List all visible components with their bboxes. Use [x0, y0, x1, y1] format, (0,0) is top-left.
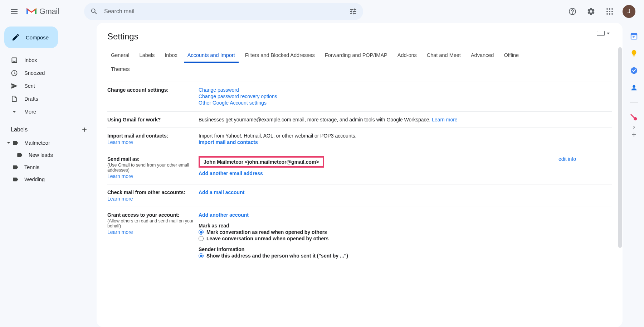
link-add-another-account[interactable]: Add another account — [199, 212, 249, 218]
radio-mark-read[interactable]: Mark conversation as read when opened by… — [199, 229, 612, 235]
label-text: Wedding — [24, 177, 45, 182]
settings-button[interactable] — [583, 4, 599, 19]
chevron-down-icon — [11, 108, 18, 115]
tab-addons[interactable]: Add-ons — [394, 49, 420, 63]
clock-icon — [11, 69, 18, 77]
nav-inbox[interactable]: Inbox — [2, 54, 92, 67]
nav-more[interactable]: More — [2, 105, 92, 118]
tab-offline[interactable]: Offline — [500, 49, 522, 63]
search-options-button[interactable] — [346, 4, 360, 19]
account-avatar[interactable]: J — [623, 5, 635, 18]
nav-drafts[interactable]: Drafts — [2, 92, 92, 105]
link-import-learn[interactable]: Learn more — [107, 139, 195, 145]
section-label-text: Import mail and contacts: — [107, 133, 168, 139]
link-other-settings[interactable]: Other Google Account settings — [199, 100, 267, 106]
collapse-panel-button[interactable] — [630, 123, 638, 131]
compose-button[interactable]: Compose — [4, 27, 58, 48]
search-button[interactable] — [87, 4, 101, 19]
label-wedding[interactable]: Wedding — [2, 173, 97, 186]
link-checkmail-learn[interactable]: Learn more — [107, 196, 195, 202]
search-bar — [84, 3, 363, 20]
tab-filters[interactable]: Filters and Blocked Addresses — [241, 49, 318, 63]
label-newleads[interactable]: New leads — [2, 149, 97, 161]
label-text: New leads — [29, 152, 53, 158]
keep-addon[interactable] — [630, 49, 638, 57]
tab-accounts-import[interactable]: Accounts and Import — [184, 49, 239, 63]
get-addons-button[interactable] — [630, 131, 638, 139]
link-import-contacts[interactable]: Import mail and contacts — [199, 139, 258, 145]
section-sublabel: (Allow others to read and send mail on y… — [107, 218, 195, 229]
plus-icon — [81, 126, 88, 133]
hamburger-icon — [10, 7, 19, 16]
radio-show-address-and-person[interactable]: Show this address and the person who sen… — [199, 253, 612, 259]
logo-text: Gmail — [39, 7, 59, 16]
tab-chat[interactable]: Chat and Meet — [423, 49, 464, 63]
contacts-addon[interactable] — [630, 84, 638, 92]
tab-labels[interactable]: Labels — [136, 49, 158, 63]
svg-point-4 — [609, 11, 610, 12]
section-label: Change account settings: — [107, 87, 199, 106]
keep-icon — [630, 49, 638, 57]
nav-sent[interactable]: Sent — [2, 80, 92, 92]
nav-label: Drafts — [24, 96, 38, 102]
radio-leave-unread[interactable]: Leave conversation unread when opened by… — [199, 236, 612, 241]
send-icon — [11, 82, 18, 90]
gmail-logo[interactable]: Gmail — [26, 7, 59, 16]
custom-addon[interactable] — [630, 114, 638, 121]
radio-label: Show this address and the person who sen… — [206, 253, 348, 259]
sender-info-header: Sender information — [199, 246, 612, 252]
link-change-password[interactable]: Change password — [199, 87, 239, 93]
section-grant-access: Grant access to your account: (Allow oth… — [107, 207, 612, 264]
apps-button[interactable] — [602, 4, 618, 19]
nav-snoozed[interactable]: Snoozed — [2, 67, 92, 80]
svg-point-3 — [606, 11, 608, 12]
svg-rect-10 — [631, 34, 637, 35]
link-change-recovery[interactable]: Change password recovery options — [199, 93, 277, 99]
svg-rect-12 — [633, 56, 635, 56]
tasks-icon — [630, 67, 638, 74]
main-panel: Settings General Labels Inbox Accounts a… — [97, 23, 623, 327]
tab-themes[interactable]: Themes — [107, 63, 133, 77]
svg-text:31: 31 — [632, 36, 636, 39]
import-desc: Import from Yahoo!, Hotmail, AOL, or oth… — [199, 133, 612, 139]
link-add-email-address[interactable]: Add another email address — [199, 170, 263, 176]
tab-advanced[interactable]: Advanced — [467, 49, 498, 63]
person-icon — [630, 84, 638, 92]
section-label-text: Grant access to your account: — [107, 212, 180, 218]
density-toggle[interactable] — [597, 31, 610, 36]
label-icon — [16, 152, 23, 158]
link-add-mail-account[interactable]: Add a mail account — [199, 189, 244, 195]
tasks-addon[interactable] — [630, 67, 638, 74]
label-tennis[interactable]: Tennis — [2, 161, 97, 173]
section-label-text: Check mail from other accounts: — [107, 189, 185, 195]
add-label-button[interactable] — [79, 125, 89, 135]
section-import-mail: Import mail and contacts: Learn more Imp… — [107, 128, 612, 151]
svg-point-8 — [611, 13, 613, 15]
search-input[interactable] — [101, 8, 346, 15]
link-grant-learn[interactable]: Learn more — [107, 229, 195, 235]
label-icon — [12, 176, 19, 183]
dropdown-caret-icon — [607, 33, 610, 34]
radio-label: Mark conversation as read when opened by… — [206, 229, 327, 235]
radio-icon — [199, 230, 204, 235]
nav-label: Sent — [24, 83, 35, 89]
support-button[interactable] — [565, 4, 580, 19]
avatar-initial: J — [628, 8, 630, 15]
section-sublabel: (Use Gmail to send from your other email… — [107, 163, 195, 173]
link-sendmail-learn[interactable]: Learn more — [107, 173, 195, 179]
menu-button[interactable] — [6, 3, 23, 20]
tab-forwarding[interactable]: Forwarding and POP/IMAP — [321, 49, 391, 63]
tab-inbox[interactable]: Inbox — [161, 49, 181, 63]
link-edit-info[interactable]: edit info — [558, 156, 576, 162]
compose-label: Compose — [26, 34, 49, 40]
workgmail-text: Businesses get yourname@example.com emai… — [199, 117, 432, 122]
section-label: Using Gmail for work? — [107, 117, 199, 122]
gear-icon — [587, 7, 595, 16]
scrollbar-thumb[interactable] — [618, 47, 622, 248]
expand-caret[interactable] — [6, 141, 11, 145]
label-mailmeteor[interactable]: Mailmeteor — [2, 137, 97, 149]
label-text: Tennis — [24, 164, 39, 170]
calendar-addon[interactable]: 31 — [630, 32, 638, 40]
link-workspace-learn[interactable]: Learn more — [432, 117, 458, 122]
tab-general[interactable]: General — [107, 49, 133, 63]
